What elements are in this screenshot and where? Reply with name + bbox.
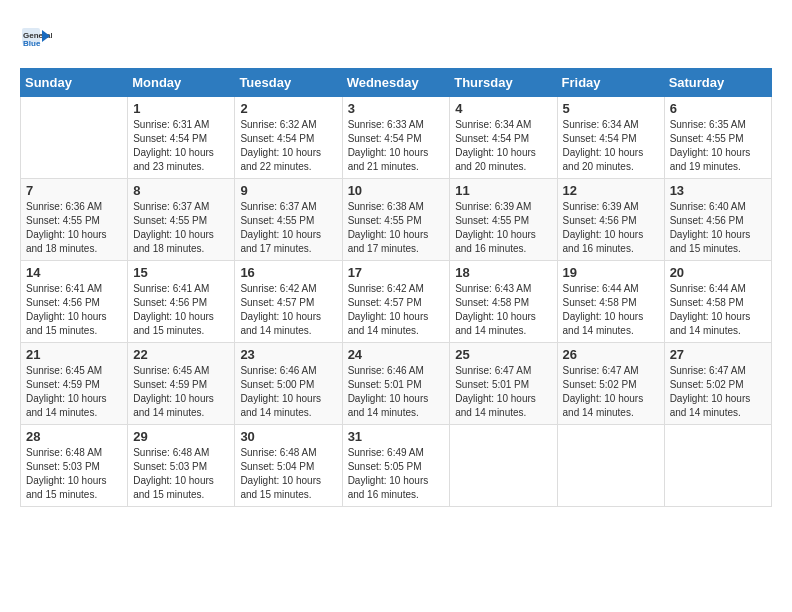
- calendar-cell: 10Sunrise: 6:38 AM Sunset: 4:55 PM Dayli…: [342, 179, 450, 261]
- day-info: Sunrise: 6:48 AM Sunset: 5:03 PM Dayligh…: [133, 446, 229, 502]
- calendar-cell: 12Sunrise: 6:39 AM Sunset: 4:56 PM Dayli…: [557, 179, 664, 261]
- day-info: Sunrise: 6:32 AM Sunset: 4:54 PM Dayligh…: [240, 118, 336, 174]
- day-info: Sunrise: 6:36 AM Sunset: 4:55 PM Dayligh…: [26, 200, 122, 256]
- day-number: 7: [26, 183, 122, 198]
- day-number: 20: [670, 265, 766, 280]
- day-info: Sunrise: 6:40 AM Sunset: 4:56 PM Dayligh…: [670, 200, 766, 256]
- day-info: Sunrise: 6:34 AM Sunset: 4:54 PM Dayligh…: [563, 118, 659, 174]
- day-number: 1: [133, 101, 229, 116]
- day-info: Sunrise: 6:43 AM Sunset: 4:58 PM Dayligh…: [455, 282, 551, 338]
- calendar-body: 1Sunrise: 6:31 AM Sunset: 4:54 PM Daylig…: [21, 97, 772, 507]
- day-number: 12: [563, 183, 659, 198]
- day-info: Sunrise: 6:37 AM Sunset: 4:55 PM Dayligh…: [240, 200, 336, 256]
- day-number: 25: [455, 347, 551, 362]
- calendar-cell: 3Sunrise: 6:33 AM Sunset: 4:54 PM Daylig…: [342, 97, 450, 179]
- day-info: Sunrise: 6:48 AM Sunset: 5:03 PM Dayligh…: [26, 446, 122, 502]
- day-number: 3: [348, 101, 445, 116]
- day-number: 2: [240, 101, 336, 116]
- day-info: Sunrise: 6:45 AM Sunset: 4:59 PM Dayligh…: [133, 364, 229, 420]
- calendar: SundayMondayTuesdayWednesdayThursdayFrid…: [20, 68, 772, 507]
- day-number: 9: [240, 183, 336, 198]
- calendar-cell: 29Sunrise: 6:48 AM Sunset: 5:03 PM Dayli…: [128, 425, 235, 507]
- calendar-week-4: 28Sunrise: 6:48 AM Sunset: 5:03 PM Dayli…: [21, 425, 772, 507]
- day-number: 30: [240, 429, 336, 444]
- day-info: Sunrise: 6:39 AM Sunset: 4:56 PM Dayligh…: [563, 200, 659, 256]
- day-info: Sunrise: 6:37 AM Sunset: 4:55 PM Dayligh…: [133, 200, 229, 256]
- day-number: 26: [563, 347, 659, 362]
- logo: General Blue: [20, 20, 56, 52]
- calendar-cell: 22Sunrise: 6:45 AM Sunset: 4:59 PM Dayli…: [128, 343, 235, 425]
- calendar-cell: 8Sunrise: 6:37 AM Sunset: 4:55 PM Daylig…: [128, 179, 235, 261]
- calendar-cell: 25Sunrise: 6:47 AM Sunset: 5:01 PM Dayli…: [450, 343, 557, 425]
- day-info: Sunrise: 6:34 AM Sunset: 4:54 PM Dayligh…: [455, 118, 551, 174]
- calendar-cell: 5Sunrise: 6:34 AM Sunset: 4:54 PM Daylig…: [557, 97, 664, 179]
- calendar-cell: 9Sunrise: 6:37 AM Sunset: 4:55 PM Daylig…: [235, 179, 342, 261]
- day-info: Sunrise: 6:46 AM Sunset: 5:01 PM Dayligh…: [348, 364, 445, 420]
- calendar-cell: 13Sunrise: 6:40 AM Sunset: 4:56 PM Dayli…: [664, 179, 771, 261]
- calendar-cell: 16Sunrise: 6:42 AM Sunset: 4:57 PM Dayli…: [235, 261, 342, 343]
- calendar-cell: 17Sunrise: 6:42 AM Sunset: 4:57 PM Dayli…: [342, 261, 450, 343]
- day-info: Sunrise: 6:35 AM Sunset: 4:55 PM Dayligh…: [670, 118, 766, 174]
- day-number: 29: [133, 429, 229, 444]
- day-info: Sunrise: 6:47 AM Sunset: 5:02 PM Dayligh…: [670, 364, 766, 420]
- day-info: Sunrise: 6:45 AM Sunset: 4:59 PM Dayligh…: [26, 364, 122, 420]
- day-info: Sunrise: 6:41 AM Sunset: 4:56 PM Dayligh…: [133, 282, 229, 338]
- calendar-header-friday: Friday: [557, 69, 664, 97]
- calendar-cell: [21, 97, 128, 179]
- calendar-header-row: SundayMondayTuesdayWednesdayThursdayFrid…: [21, 69, 772, 97]
- calendar-cell: 4Sunrise: 6:34 AM Sunset: 4:54 PM Daylig…: [450, 97, 557, 179]
- day-info: Sunrise: 6:42 AM Sunset: 4:57 PM Dayligh…: [240, 282, 336, 338]
- calendar-header-thursday: Thursday: [450, 69, 557, 97]
- calendar-cell: 27Sunrise: 6:47 AM Sunset: 5:02 PM Dayli…: [664, 343, 771, 425]
- calendar-cell: [664, 425, 771, 507]
- calendar-cell: 23Sunrise: 6:46 AM Sunset: 5:00 PM Dayli…: [235, 343, 342, 425]
- calendar-cell: 30Sunrise: 6:48 AM Sunset: 5:04 PM Dayli…: [235, 425, 342, 507]
- calendar-week-3: 21Sunrise: 6:45 AM Sunset: 4:59 PM Dayli…: [21, 343, 772, 425]
- calendar-cell: 14Sunrise: 6:41 AM Sunset: 4:56 PM Dayli…: [21, 261, 128, 343]
- day-number: 17: [348, 265, 445, 280]
- calendar-cell: [450, 425, 557, 507]
- calendar-cell: 18Sunrise: 6:43 AM Sunset: 4:58 PM Dayli…: [450, 261, 557, 343]
- day-info: Sunrise: 6:31 AM Sunset: 4:54 PM Dayligh…: [133, 118, 229, 174]
- calendar-week-1: 7Sunrise: 6:36 AM Sunset: 4:55 PM Daylig…: [21, 179, 772, 261]
- day-number: 13: [670, 183, 766, 198]
- calendar-cell: 26Sunrise: 6:47 AM Sunset: 5:02 PM Dayli…: [557, 343, 664, 425]
- calendar-cell: 19Sunrise: 6:44 AM Sunset: 4:58 PM Dayli…: [557, 261, 664, 343]
- day-number: 31: [348, 429, 445, 444]
- day-info: Sunrise: 6:44 AM Sunset: 4:58 PM Dayligh…: [670, 282, 766, 338]
- day-number: 11: [455, 183, 551, 198]
- calendar-header-monday: Monday: [128, 69, 235, 97]
- day-info: Sunrise: 6:44 AM Sunset: 4:58 PM Dayligh…: [563, 282, 659, 338]
- day-info: Sunrise: 6:49 AM Sunset: 5:05 PM Dayligh…: [348, 446, 445, 502]
- calendar-cell: 11Sunrise: 6:39 AM Sunset: 4:55 PM Dayli…: [450, 179, 557, 261]
- calendar-cell: 28Sunrise: 6:48 AM Sunset: 5:03 PM Dayli…: [21, 425, 128, 507]
- svg-text:Blue: Blue: [23, 39, 41, 48]
- day-number: 5: [563, 101, 659, 116]
- calendar-week-0: 1Sunrise: 6:31 AM Sunset: 4:54 PM Daylig…: [21, 97, 772, 179]
- day-number: 22: [133, 347, 229, 362]
- day-info: Sunrise: 6:38 AM Sunset: 4:55 PM Dayligh…: [348, 200, 445, 256]
- day-info: Sunrise: 6:33 AM Sunset: 4:54 PM Dayligh…: [348, 118, 445, 174]
- calendar-cell: 1Sunrise: 6:31 AM Sunset: 4:54 PM Daylig…: [128, 97, 235, 179]
- calendar-cell: 15Sunrise: 6:41 AM Sunset: 4:56 PM Dayli…: [128, 261, 235, 343]
- day-number: 6: [670, 101, 766, 116]
- calendar-header-saturday: Saturday: [664, 69, 771, 97]
- day-number: 27: [670, 347, 766, 362]
- day-info: Sunrise: 6:41 AM Sunset: 4:56 PM Dayligh…: [26, 282, 122, 338]
- day-info: Sunrise: 6:46 AM Sunset: 5:00 PM Dayligh…: [240, 364, 336, 420]
- calendar-cell: 2Sunrise: 6:32 AM Sunset: 4:54 PM Daylig…: [235, 97, 342, 179]
- day-number: 28: [26, 429, 122, 444]
- calendar-header-wednesday: Wednesday: [342, 69, 450, 97]
- day-number: 4: [455, 101, 551, 116]
- day-number: 18: [455, 265, 551, 280]
- calendar-cell: 20Sunrise: 6:44 AM Sunset: 4:58 PM Dayli…: [664, 261, 771, 343]
- calendar-cell: [557, 425, 664, 507]
- day-info: Sunrise: 6:47 AM Sunset: 5:01 PM Dayligh…: [455, 364, 551, 420]
- day-number: 21: [26, 347, 122, 362]
- calendar-cell: 21Sunrise: 6:45 AM Sunset: 4:59 PM Dayli…: [21, 343, 128, 425]
- calendar-cell: 31Sunrise: 6:49 AM Sunset: 5:05 PM Dayli…: [342, 425, 450, 507]
- calendar-header-tuesday: Tuesday: [235, 69, 342, 97]
- header: General Blue: [20, 20, 772, 52]
- calendar-header-sunday: Sunday: [21, 69, 128, 97]
- day-info: Sunrise: 6:48 AM Sunset: 5:04 PM Dayligh…: [240, 446, 336, 502]
